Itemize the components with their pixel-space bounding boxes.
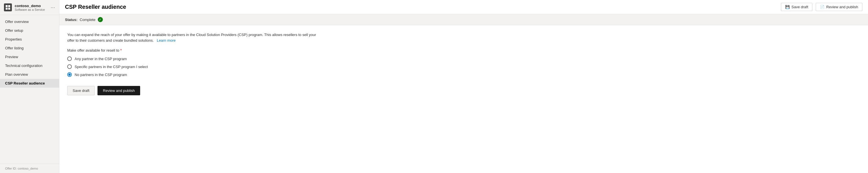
offer-id: Offer ID: contoso_demo [5, 167, 54, 170]
radio-label-specific-partners: Specific partners in the CSP program I s… [74, 65, 148, 69]
app-name: contoso_demo [15, 4, 48, 8]
radio-item-any-partner[interactable]: Any partner in the CSP program [67, 56, 860, 61]
app-subtitle: Software as a Service [15, 8, 48, 11]
learn-more-link[interactable]: Learn more [157, 38, 176, 43]
sidebar-item-preview[interactable]: Preview [0, 52, 59, 61]
radio-circle-no-partners [67, 72, 72, 77]
sidebar-item-plan-overview[interactable]: Plan overview [0, 70, 59, 79]
svg-rect-1 [8, 5, 10, 7]
sidebar-item-offer-setup[interactable]: Offer setup [0, 26, 59, 35]
radio-item-no-partners[interactable]: No partners in the CSP program [67, 72, 860, 77]
review-publish-label: Review and publish [103, 89, 135, 93]
status-value: Complete [80, 18, 95, 22]
sidebar: contoso_demo Software as a Service ⋯ Off… [0, 0, 59, 173]
review-publish-button-top[interactable]: 📄 Review and publish [816, 3, 862, 11]
action-buttons: Save draft Review and publish [67, 86, 860, 95]
sidebar-item-technical-configuration[interactable]: Technical configuration [0, 61, 59, 70]
status-complete-icon: ✓ [98, 17, 103, 22]
radio-item-specific-partners[interactable]: Specific partners in the CSP program I s… [67, 65, 860, 69]
sidebar-item-offer-overview[interactable]: Offer overview [0, 17, 59, 26]
save-draft-button-top[interactable]: 💾 Save draft [781, 3, 812, 11]
radio-circle-any-partner [67, 56, 72, 61]
save-draft-label-top: Save draft [792, 5, 808, 9]
sidebar-footer: Offer ID: contoso_demo [0, 164, 59, 173]
radio-group: Any partner in the CSP programSpecific p… [67, 56, 860, 77]
radio-label-any-partner: Any partner in the CSP program [74, 57, 127, 61]
app-logo [4, 3, 12, 11]
page-content: You can expand the reach of your offer b… [59, 25, 868, 173]
review-publish-button[interactable]: Review and publish [97, 86, 140, 95]
status-bar: Status: Complete ✓ [59, 14, 868, 25]
save-icon-top: 💾 [785, 5, 790, 9]
status-prefix: Status: [65, 18, 78, 22]
svg-rect-2 [6, 8, 8, 10]
required-marker: * [119, 48, 122, 52]
save-draft-label: Save draft [73, 89, 89, 93]
publish-icon-top: 📄 [820, 5, 825, 9]
radio-label-no-partners: No partners in the CSP program [74, 73, 127, 77]
description-text: You can expand the reach of your offer b… [67, 32, 321, 43]
page-title: CSP Reseller audience [65, 4, 126, 10]
sidebar-item-csp-reseller-audience[interactable]: CSP Reseller audience [0, 79, 59, 88]
section-label: Make offer available for resell to * [67, 48, 860, 52]
svg-rect-3 [8, 8, 10, 10]
description-main: You can expand the reach of your offer b… [67, 33, 316, 43]
topbar: CSP Reseller audience 💾 Save draft 📄 Rev… [59, 0, 868, 14]
sidebar-menu-button[interactable]: ⋯ [51, 5, 55, 10]
radio-circle-specific-partners [67, 65, 72, 69]
svg-rect-0 [6, 5, 8, 7]
sidebar-header: contoso_demo Software as a Service ⋯ [0, 0, 59, 15]
sidebar-nav: Offer overviewOffer setupPropertiesOffer… [0, 15, 59, 164]
review-publish-label-top: Review and publish [826, 5, 858, 9]
sidebar-item-properties[interactable]: Properties [0, 35, 59, 44]
save-draft-button[interactable]: Save draft [67, 86, 95, 95]
sidebar-item-offer-listing[interactable]: Offer listing [0, 44, 59, 52]
topbar-actions: 💾 Save draft 📄 Review and publish [781, 3, 862, 11]
sidebar-header-text: contoso_demo Software as a Service [15, 4, 48, 11]
main-area: CSP Reseller audience 💾 Save draft 📄 Rev… [59, 0, 868, 173]
